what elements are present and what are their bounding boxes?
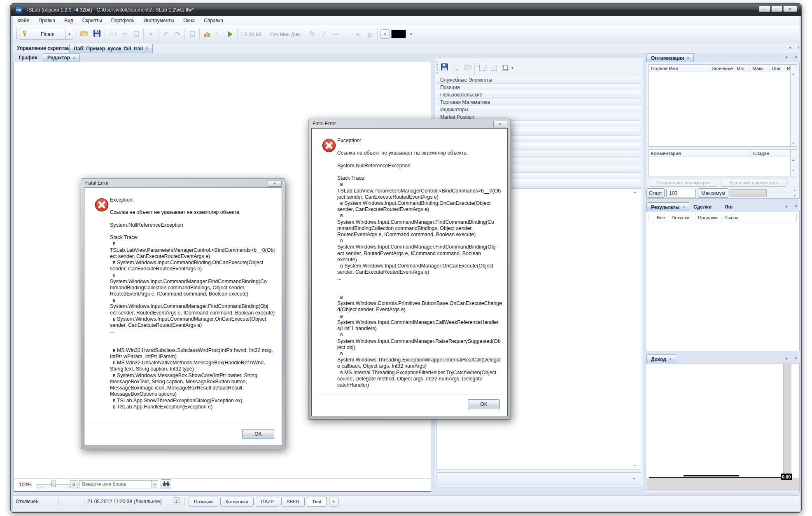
menu-portfolio[interactable]: Портфель (107, 16, 139, 25)
palette-category-row[interactable]: Пользовательские (436, 91, 641, 98)
line-tool-button[interactable]: ╱ (319, 29, 329, 39)
close-button[interactable]: × (783, 6, 797, 12)
layers-button[interactable]: ✓ (500, 63, 511, 73)
dialog-title[interactable]: Fatal Error (308, 119, 511, 128)
menu-file[interactable]: Файл (13, 16, 34, 25)
interval-presets[interactable]: 1 5 30 60 (240, 32, 261, 38)
color-dropdown[interactable]: ▾ (380, 29, 390, 39)
comment-grid-scrollbar[interactable] (791, 149, 797, 176)
interval-units[interactable]: Сек Мин Дни (270, 32, 300, 38)
tab-lab[interactable]: Лаб: Пример_кусок_fail_trail × (69, 44, 153, 53)
results-close-icon[interactable]: × (795, 204, 797, 209)
workspace-tab-positions[interactable]: Позиции (189, 497, 218, 507)
menu-scripts[interactable]: Скрипты (78, 16, 107, 25)
tab-chart-view[interactable]: График (15, 53, 41, 62)
properties-button[interactable] (187, 29, 198, 39)
tab-scripts-manager[interactable]: Управление скриптами (13, 44, 78, 53)
workspace-tab-test[interactable]: Test (307, 497, 327, 507)
palette-toolbar-overflow[interactable]: ▾ (511, 66, 513, 70)
dialog-close-button[interactable]: × (493, 121, 507, 127)
optimization-menu-icon[interactable]: ▾ (786, 55, 788, 59)
add-workspace-tab-button[interactable]: + (329, 497, 338, 507)
menu-windows[interactable]: Окна (179, 16, 199, 25)
start-button[interactable]: Старт (646, 188, 665, 198)
optimization-grid[interactable]: Полное Имя Значение Min Макс. Шаг Ис (648, 64, 791, 147)
optimization-close-icon[interactable]: × (795, 54, 797, 59)
tab-close-icon[interactable]: × (687, 56, 689, 60)
col-value[interactable]: Значение (709, 65, 734, 72)
maximum-button[interactable]: Максимум (698, 188, 728, 198)
scroll-up-arrow[interactable]: ▴ (792, 73, 794, 76)
filter-sells[interactable]: Продажи (695, 214, 722, 221)
doc-tabs-close-icon[interactable]: × (797, 45, 800, 50)
dialog-title[interactable]: Fatal Error (81, 178, 285, 188)
palette-save-button[interactable] (439, 63, 450, 73)
message-counter-badge[interactable]: 2 (173, 497, 180, 505)
color-swatch[interactable] (391, 30, 406, 38)
redo-button[interactable]: ↷ (172, 29, 183, 39)
chart-view-button[interactable] (202, 29, 212, 39)
toolbar-grip[interactable] (16, 28, 17, 40)
tab-income[interactable]: Доход × (646, 354, 676, 364)
filter-buys[interactable]: Покупки (669, 214, 695, 221)
palette-category-row[interactable]: Служебные Элементы (436, 77, 641, 83)
scroll-down-arrow[interactable]: ▾ (792, 142, 794, 145)
save-params-button[interactable]: Сохранение параметров (649, 178, 718, 187)
workspace-tab-quotes[interactable]: Котировки (220, 497, 254, 507)
tab-optimization[interactable]: Оптимизация × (646, 53, 694, 62)
account-combobox[interactable]: Finam ▾ (19, 29, 73, 40)
col-comment[interactable]: Комментарий (649, 150, 751, 157)
palette-category-row[interactable]: Индикаторы (436, 106, 641, 113)
ok-button[interactable]: OK (242, 429, 274, 439)
comment-grid[interactable]: Комментарий Создан (648, 149, 791, 176)
menu-edit[interactable]: Правка (34, 16, 60, 25)
palette-open-button[interactable] (463, 63, 474, 73)
workspace-tab-sber[interactable]: SBER (281, 497, 305, 507)
tab-editor-view[interactable]: Редактор × (43, 53, 80, 62)
cut-button[interactable]: ✂ (119, 29, 130, 39)
vline-tool-button[interactable]: │ (342, 29, 352, 39)
scroll-down-arrow[interactable]: ▾ (794, 194, 796, 197)
link-blocks-button[interactable] (213, 29, 224, 39)
open-file-button[interactable] (79, 29, 90, 39)
toolbar-overflow-chevron[interactable]: ▾ (410, 32, 412, 36)
palette-toolbar-grip[interactable] (436, 62, 438, 74)
delete-button[interactable]: × (146, 29, 156, 39)
run-button[interactable] (225, 29, 236, 39)
workspace-tab-gazp[interactable]: GAZP (256, 497, 279, 507)
doc-tabs-pin-icon[interactable]: ▾ (789, 46, 791, 50)
palette-validate-button[interactable] (451, 63, 462, 73)
select-blocks-button[interactable] (477, 63, 488, 73)
find-block-button[interactable] (161, 479, 171, 489)
scroll-down-arrow[interactable]: ▾ (634, 464, 636, 467)
pointer-tool-button[interactable] (307, 29, 318, 39)
menu-view[interactable]: Вид (60, 16, 78, 25)
menu-tools[interactable]: Инструменты (139, 16, 179, 25)
zoom-reset-button[interactable]: 0 (70, 480, 77, 488)
results-menu-icon[interactable]: ▾ (786, 204, 788, 209)
undo-button[interactable]: ↶ (161, 29, 171, 39)
zoom-slider-thumb[interactable] (51, 481, 56, 487)
col-use[interactable]: Ис (784, 65, 790, 72)
delete-params-button[interactable]: Удаление параметров (721, 178, 786, 187)
tab-trades[interactable]: Сделки (689, 202, 716, 211)
tab-close-icon[interactable]: × (669, 357, 672, 361)
palette-bottom-expander[interactable]: ▾ (633, 477, 635, 481)
block-search-dropdown-arrow[interactable]: ▾ (152, 480, 158, 488)
save-button[interactable] (91, 29, 102, 39)
levels-tool-button[interactable]: ≡ (352, 29, 363, 39)
ok-button[interactable]: OK (468, 399, 500, 409)
select-group-button[interactable] (488, 63, 499, 73)
tab-results[interactable]: Результаты × (646, 202, 689, 211)
col-min[interactable]: Min (734, 65, 750, 72)
account-dropdown-arrow[interactable]: ▾ (65, 29, 73, 39)
iterations-input[interactable] (666, 189, 696, 197)
income-scrollbar[interactable] (783, 364, 791, 478)
tab-close-icon[interactable]: × (73, 56, 75, 60)
paste-button[interactable] (131, 29, 142, 39)
palette-category-row[interactable]: Торговая Математика (436, 99, 641, 106)
scroll-up-arrow[interactable]: ▴ (792, 158, 794, 162)
tab-close-icon[interactable]: × (682, 205, 685, 209)
text-tool-button[interactable]: A (364, 29, 375, 39)
optimization-grid-scrollbar[interactable] (791, 64, 797, 147)
